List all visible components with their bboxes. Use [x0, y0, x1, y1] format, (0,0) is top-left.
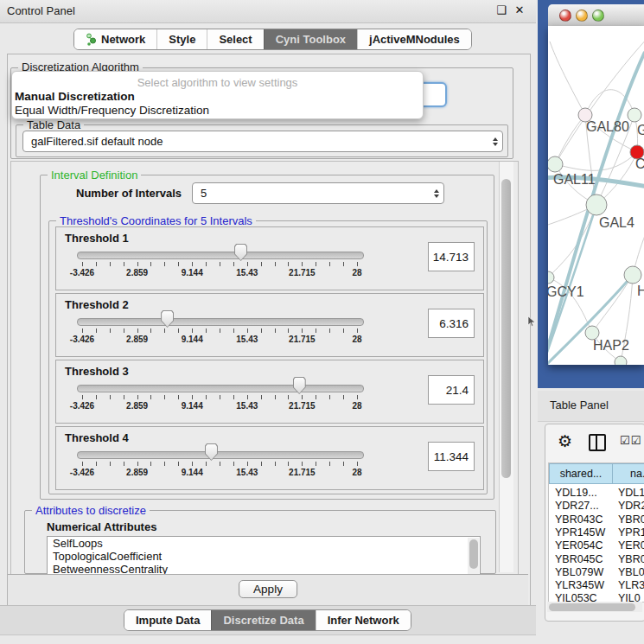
tab-style[interactable]: Style — [156, 29, 207, 49]
cell-shared-name: YBL079W — [555, 566, 603, 578]
table-data-combobox[interactable]: galFiltered.sif default node — [22, 131, 503, 152]
tab-cyni-toolbox[interactable]: Cyni Toolbox — [264, 29, 357, 49]
network-graph: GAL80GACGAL11GAL4GCY1HHAP2 — [548, 26, 644, 365]
tick-label: -3.426 — [70, 268, 94, 277]
columns-icon[interactable] — [589, 434, 606, 451]
float-window-icon[interactable]: ❑ — [494, 3, 508, 16]
threshold-label: Threshold 2 — [65, 298, 129, 311]
attributes-list-scrollbar[interactable] — [468, 538, 479, 574]
network-edge — [550, 41, 585, 115]
tick-label: 28 — [352, 268, 361, 277]
table-horizontal-scrollbar[interactable] — [547, 602, 642, 612]
table-panel-titlebar: Table Panel — [538, 391, 644, 422]
table-row[interactable]: YDR27...YDR2 — [549, 500, 644, 513]
algorithm-dropdown-popup: Select algorithm to view settings Manual… — [11, 71, 424, 119]
column-header-name[interactable]: na... — [612, 463, 644, 484]
table-panel-title: Table Panel — [550, 399, 609, 411]
cell-name: YDL1 — [618, 487, 644, 499]
control-panel-titlebar: Control Panel ❑ ✕ — [0, 0, 536, 23]
table-row[interactable]: YBR043CYBR0 — [549, 513, 644, 526]
slider-track[interactable] — [77, 318, 364, 326]
network-node[interactable] — [624, 266, 641, 284]
node-table[interactable]: shared...na...YDL19...YDL1YDR27...YDR2YB… — [548, 462, 644, 603]
tick-label: -3.426 — [70, 468, 94, 477]
attribute-list-item[interactable]: TopologicalCoefficient — [48, 550, 480, 563]
bottom-tab-discretize-data[interactable]: Discretize Data — [211, 610, 315, 630]
cell-name: YBR0 — [618, 513, 644, 526]
network-node[interactable] — [548, 156, 563, 172]
tab-network[interactable]: Network — [74, 29, 156, 49]
slider-ticks — [82, 262, 358, 266]
scrollbar-thumb[interactable] — [549, 603, 635, 611]
apply-button[interactable]: Apply — [239, 580, 297, 598]
select-columns-checkbox-icon[interactable]: ☑☑ — [620, 434, 641, 447]
attribute-list-item[interactable]: SelfLoops — [48, 537, 480, 550]
network-node[interactable] — [628, 108, 641, 122]
network-icon — [86, 33, 97, 46]
tick-label: 9.144 — [182, 335, 203, 344]
threshold-panel: Threshold 3-3.4262.8599.14415.4321.71528… — [55, 360, 484, 424]
tick-label: 21.715 — [289, 335, 316, 344]
tab-label: Select — [219, 33, 252, 46]
slider-track[interactable] — [77, 252, 364, 259]
threshold-value-field[interactable]: 21.4 — [428, 375, 475, 405]
table-toolbar: ⚙ ☑☑ — [545, 424, 644, 461]
slider-track[interactable] — [77, 385, 364, 392]
gear-icon[interactable]: ⚙ — [558, 431, 572, 451]
bottom-tab-impute-data[interactable]: Impute Data — [124, 610, 211, 630]
network-node[interactable] — [586, 194, 607, 215]
settings-vertical-scrollbar[interactable] — [499, 162, 513, 572]
bottom-tab-infer-network[interactable]: Infer Network — [316, 610, 411, 630]
threshold-value-field[interactable]: 11.344 — [428, 442, 475, 471]
cell-shared-name: YBR045C — [555, 553, 603, 565]
tab-label: Network — [101, 33, 145, 46]
cell-shared-name: YLR345W — [555, 579, 604, 591]
network-node[interactable] — [615, 356, 627, 365]
algorithm-option[interactable]: Manual Discretization — [15, 90, 420, 104]
table-row[interactable]: YDL19...YDL1 — [549, 487, 644, 500]
network-window-titlebar[interactable] — [548, 4, 644, 27]
tab-select[interactable]: Select — [207, 29, 263, 49]
tab-jactivemnodules[interactable]: jActiveMNodules — [357, 29, 471, 49]
close-traffic-light-icon[interactable] — [559, 10, 571, 22]
table-row[interactable]: YLR345WYLR3 — [549, 579, 644, 592]
tick-label: 15.43 — [236, 401, 258, 411]
table-row[interactable]: YBL079WYBL0 — [549, 566, 644, 579]
threshold-value-field[interactable]: 6.316 — [428, 309, 475, 338]
table-panel: ⚙ ☑☑ shared...na...YDL19...YDL1YDR27...Y… — [545, 424, 644, 622]
column-header-shared-name[interactable]: shared... — [549, 463, 613, 484]
slider-track[interactable] — [77, 451, 364, 459]
slider-ticks — [82, 395, 358, 399]
cell-shared-name: YER054C — [555, 539, 603, 552]
numerical-attributes-list[interactable]: SelfLoopsTopologicalCoefficientBetweenne… — [47, 536, 481, 576]
algorithm-option[interactable]: Equal Width/Frequency Discretization — [15, 104, 420, 118]
thresholds-group-title: Threshold's Coordinates for 5 Intervals — [56, 214, 256, 227]
scrollbar-thumb[interactable] — [501, 179, 511, 478]
table-row[interactable]: YER054CYER0 — [549, 539, 644, 552]
number-of-intervals-combobox[interactable]: 5 — [192, 182, 444, 204]
cell-shared-name: YBR043C — [555, 513, 603, 526]
tick-label: 15.43 — [236, 268, 258, 277]
control-panel-tabs: NetworkStyleSelectCyni ToolboxjActiveMNo… — [73, 29, 472, 50]
cell-name: YPR1 — [618, 526, 644, 539]
table-row[interactable]: YPR145WYPR1 — [549, 526, 644, 539]
cell-shared-name: YDL19... — [555, 487, 597, 499]
table-row[interactable]: YBR045CYBR0 — [549, 553, 644, 566]
network-node-label: GAL80 — [586, 119, 629, 134]
number-of-intervals-value: 5 — [193, 187, 430, 200]
threshold-value-field[interactable]: 14.713 — [428, 242, 475, 271]
tick-label: 2.859 — [126, 268, 148, 277]
threshold-label: Threshold 3 — [65, 365, 129, 378]
close-icon[interactable]: ✕ — [513, 3, 526, 16]
minimize-traffic-light-icon[interactable] — [576, 10, 588, 22]
network-view[interactable]: GAL80GACGAL11GAL4GCY1HHAP2 — [548, 26, 644, 365]
tick-label: 9.144 — [182, 268, 203, 277]
tick-label: 9.144 — [182, 401, 203, 411]
tick-label: -3.426 — [70, 401, 94, 411]
zoom-traffic-light-icon[interactable] — [592, 10, 604, 22]
threshold-panel: Threshold 4-3.4262.8599.14415.4321.71528… — [55, 426, 484, 490]
tick-label: 2.859 — [126, 335, 148, 344]
cell-shared-name: YPR145W — [555, 526, 605, 539]
mouse-cursor — [527, 316, 536, 327]
network-node[interactable] — [548, 271, 554, 284]
